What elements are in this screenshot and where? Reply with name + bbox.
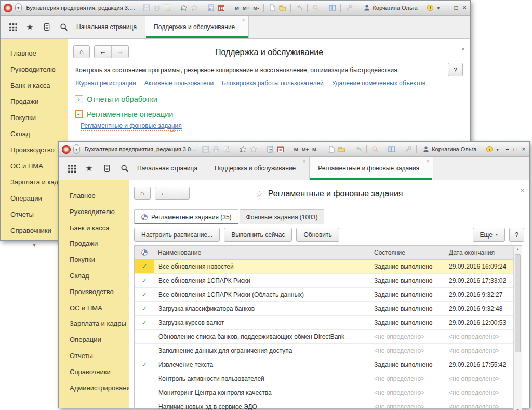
favorite-star-icon[interactable]: ☆ [255, 189, 263, 200]
command-link[interactable]: Журнал регистрации [75, 80, 136, 87]
favorites-icon[interactable] [191, 4, 198, 12]
sidebar-item-покупки[interactable]: Покупки [70, 255, 129, 271]
favorites-menu-icon[interactable]: ★ [85, 164, 94, 173]
split-view-icon[interactable] [328, 4, 336, 12]
info-icon[interactable]: i [427, 4, 434, 12]
refresh-button[interactable]: Обновить [296, 228, 339, 242]
app-icon[interactable] [4, 4, 12, 12]
close-tab-icon[interactable]: × [242, 18, 245, 23]
add-to-favorites-icon[interactable] [240, 146, 247, 153]
scrollbar-thumb[interactable] [515, 254, 521, 352]
calculator-icon[interactable] [207, 4, 215, 12]
close-button[interactable]: × [461, 4, 467, 12]
sidebar-item-отчеты[interactable]: Отчеты [70, 351, 129, 367]
find-icon[interactable] [312, 4, 320, 12]
sidebar-item-банк-и-касса[interactable]: Банк и касса [70, 223, 129, 239]
sidebar-item-главное[interactable]: Главное [10, 48, 68, 64]
sidebar-item-продажи[interactable]: Продажи [10, 97, 68, 113]
maximize-button[interactable]: □ [513, 145, 518, 153]
tab-background-jobs[interactable]: Фоновые задания (1003) [240, 209, 325, 224]
column-header-state[interactable]: Состояние [370, 249, 445, 256]
add-to-favorites-icon[interactable] [180, 4, 188, 12]
sidebar-item-справочники[interactable]: Справочники [70, 367, 129, 383]
forward-nav-button[interactable]: → [172, 187, 189, 199]
command-link[interactable]: Активные пользователи [144, 80, 214, 87]
search-menu-icon[interactable] [60, 23, 68, 32]
command-link[interactable]: Удаление помеченных объектов [332, 80, 425, 87]
open-document-icon[interactable] [278, 4, 286, 12]
scheduled-jobs-link[interactable]: Регламентные и фоновые задания [81, 122, 182, 131]
window-tab[interactable]: Начальная страница [129, 157, 206, 180]
sections-menu-icon[interactable] [9, 23, 17, 32]
info-icon[interactable]: i [485, 146, 493, 153]
help-button[interactable]: ? [448, 63, 463, 76]
app-icon[interactable] [62, 145, 71, 154]
calc-memory-button[interactable]: M [234, 5, 240, 11]
calc-memory-button[interactable]: M- [252, 5, 259, 11]
save-icon[interactable] [143, 4, 151, 12]
sidebar-item-администрирование[interactable]: Администрирование [70, 383, 129, 399]
print-preview-icon[interactable] [223, 146, 231, 153]
table-row[interactable]: Заполнение данных для ограничения доступ… [135, 344, 522, 358]
table-row[interactable]: ✓ Все обновления 1СПАРК Риски (Область д… [135, 288, 522, 302]
forward-nav-button[interactable]: → [111, 46, 128, 58]
table-row[interactable]: Мониторинг Центра контроля качества <не … [135, 386, 522, 400]
favorites-icon[interactable] [250, 146, 258, 153]
main-menu-button[interactable]: ▾ [15, 3, 22, 12]
window-tab[interactable]: Поддержка и обслуживание× [145, 16, 249, 38]
calculator-icon[interactable] [267, 146, 274, 153]
sidebar-item-операции[interactable]: Операции [70, 335, 129, 351]
undo-icon[interactable] [295, 4, 303, 12]
calendar-icon[interactable]: 31 [218, 4, 225, 12]
back-nav-button[interactable]: ← [95, 46, 111, 58]
save-icon[interactable] [202, 146, 210, 153]
window-tab[interactable]: Начальная страница [68, 16, 145, 38]
close-page-icon[interactable]: × [521, 187, 524, 194]
table-row[interactable]: ✓ Все обновления новостей Задание выполн… [135, 260, 522, 274]
print-preview-icon[interactable] [164, 4, 171, 12]
calendar-icon[interactable]: 31 [277, 146, 285, 153]
main-menu-button[interactable]: ▾ [73, 144, 80, 154]
history-menu-icon[interactable] [102, 164, 111, 173]
minimize-button[interactable]: – [504, 145, 510, 153]
sidebar-item-склад[interactable]: Склад [70, 271, 129, 287]
window-tab[interactable]: Поддержка и обслуживание× [206, 157, 310, 180]
more-button[interactable]: Еще ▾ [473, 228, 505, 242]
table-row[interactable]: ✓ Извлечение текста Задание выполнено 29… [135, 358, 522, 372]
collapse-scheduled-button[interactable]: › [75, 110, 83, 118]
titlebar-dropdown-icon[interactable]: ▾ [496, 147, 499, 152]
back-nav-button[interactable]: ← [155, 187, 172, 199]
print-icon[interactable] [153, 4, 161, 12]
sidebar-item-продажи[interactable]: Продажи [70, 239, 129, 255]
sidebar-item-руководителю[interactable]: Руководителю [70, 207, 129, 223]
print-icon[interactable] [212, 146, 220, 153]
scroll-up-icon[interactable]: ▲ [514, 246, 522, 253]
table-row[interactable]: Обновление списка банков, поддерживающих… [135, 330, 522, 344]
table-row[interactable]: ✓ Загрузка курсов валют Задание выполнен… [135, 316, 522, 330]
calc-memory-button[interactable]: M [294, 147, 299, 152]
column-header-name[interactable]: Наименование [154, 249, 370, 256]
table-row[interactable]: Контроль активности пользователей <не оп… [135, 372, 522, 386]
table-scrollbar[interactable]: ▲ ▼ [513, 246, 522, 410]
run-now-button[interactable]: Выполнить сейчас [224, 228, 292, 242]
find-icon[interactable] [371, 146, 379, 153]
command-link[interactable]: Блокировка работы пользователей [222, 80, 324, 87]
service-settings-icon[interactable] [345, 4, 353, 12]
maximize-button[interactable]: □ [454, 4, 459, 12]
sidebar-item-руководителю[interactable]: Руководителю [10, 64, 68, 81]
sidebar-item-банк-и-касса[interactable]: Банк и касса [10, 81, 68, 97]
sidebar-item-главное[interactable]: Главное [70, 191, 129, 207]
minimize-button[interactable]: – [445, 4, 451, 12]
configure-schedule-button[interactable]: Настроить расписание... [134, 228, 220, 242]
calc-memory-button[interactable]: M+ [242, 5, 250, 11]
scroll-down-icon[interactable]: ▼ [514, 407, 522, 410]
expand-reports-button[interactable]: › [75, 95, 83, 103]
sidebar-item-покупки[interactable]: Покупки [10, 113, 68, 129]
favorites-menu-icon[interactable]: ★ [26, 23, 34, 32]
undo-icon[interactable] [354, 146, 362, 153]
split-view-icon[interactable] [388, 146, 395, 153]
close-page-icon[interactable]: × [461, 46, 465, 53]
history-menu-icon[interactable] [43, 23, 51, 32]
section-reports-label[interactable]: Отчеты и обработки [87, 95, 157, 103]
new-document-icon[interactable] [327, 146, 335, 153]
